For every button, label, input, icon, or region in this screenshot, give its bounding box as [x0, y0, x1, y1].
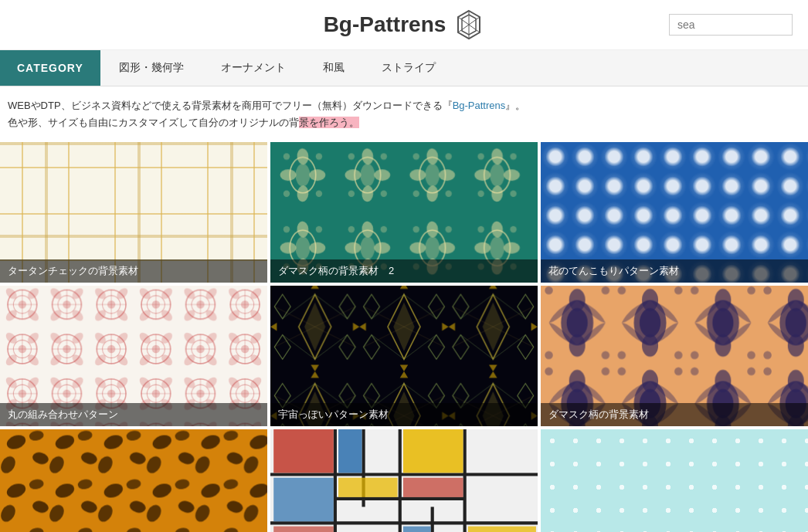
search-input[interactable]	[669, 14, 793, 36]
pattern-item-2[interactable]: ダマスク柄の背景素材 2	[270, 142, 538, 283]
pattern-caption-4: 丸の組み合わせパターン	[0, 403, 267, 426]
pattern-mondrian-bg	[270, 429, 538, 532]
pattern-item-3[interactable]: 花のてんこもりパターン素材	[541, 142, 808, 283]
svg-rect-77	[338, 478, 398, 497]
pattern-item-1[interactable]: タータンチェックの背景素材	[0, 142, 267, 283]
svg-rect-80	[468, 527, 536, 532]
site-name-text: Bg-Pattrens	[324, 12, 446, 37]
description: WEBやDTP、ビジネス資料などで使える背景素材を商用可でフリー（無料）ダウンロ…	[0, 86, 808, 139]
nav-item-japanese[interactable]: 和風	[304, 50, 363, 86]
nav-item-ornament[interactable]: オーナメント	[202, 50, 304, 86]
pattern-item-4[interactable]: 丸の組み合わせパターン	[0, 286, 267, 426]
svg-rect-75	[338, 429, 362, 473]
navigation: CATEGORY 図形・幾何学 オーナメント 和風 ストライプ	[0, 50, 808, 86]
svg-rect-82	[403, 527, 431, 532]
mondrian-svg	[270, 429, 538, 532]
pattern-caption-5: 宇宙っぽいパターン素材	[270, 403, 538, 426]
svg-rect-81	[273, 527, 334, 532]
highlight-text: 景を作ろう。	[299, 117, 359, 128]
pattern-item-8[interactable]	[270, 429, 538, 532]
svg-rect-74	[273, 429, 334, 473]
pattern-grid: タータンチェックの背景素材	[0, 139, 808, 532]
svg-rect-63	[0, 429, 267, 532]
description-line2: 色や形、サイズも自由にカスタマイズして自分のオリジナルの背景を作ろう。	[8, 114, 800, 131]
leopard-svg	[0, 429, 267, 532]
search-box[interactable]	[669, 14, 793, 36]
site-link[interactable]: Bg-Pattrens	[453, 100, 506, 111]
logo-icon	[453, 9, 484, 40]
pattern-caption-1: タータンチェックの背景素材	[0, 259, 267, 283]
pattern-leopard-bg	[0, 429, 267, 532]
pattern-item-6[interactable]: ダマスク柄の背景素材	[541, 286, 808, 426]
pattern-item-9[interactable]	[541, 429, 808, 532]
pattern-item-7[interactable]	[0, 429, 267, 532]
svg-rect-79	[403, 478, 463, 497]
site-title: Bg-Pattrens	[324, 9, 485, 40]
svg-rect-78	[273, 478, 334, 522]
pattern-dots-blue-bg	[541, 429, 808, 532]
nav-item-stripe[interactable]: ストライプ	[363, 50, 454, 86]
pattern-caption-2: ダマスク柄の背景素材 2	[270, 259, 538, 283]
header: Bg-Pattrens	[0, 0, 808, 50]
pattern-caption-3: 花のてんこもりパターン素材	[541, 259, 808, 283]
pattern-caption-6: ダマスク柄の背景素材	[541, 403, 808, 426]
nav-item-geometry[interactable]: 図形・幾何学	[100, 50, 202, 86]
category-label: CATEGORY	[0, 50, 100, 86]
description-line1: WEBやDTP、ビジネス資料などで使える背景素材を商用可でフリー（無料）ダウンロ…	[8, 97, 800, 114]
svg-rect-76	[403, 429, 463, 473]
pattern-item-5[interactable]: 宇宙っぽいパターン素材	[270, 286, 538, 426]
